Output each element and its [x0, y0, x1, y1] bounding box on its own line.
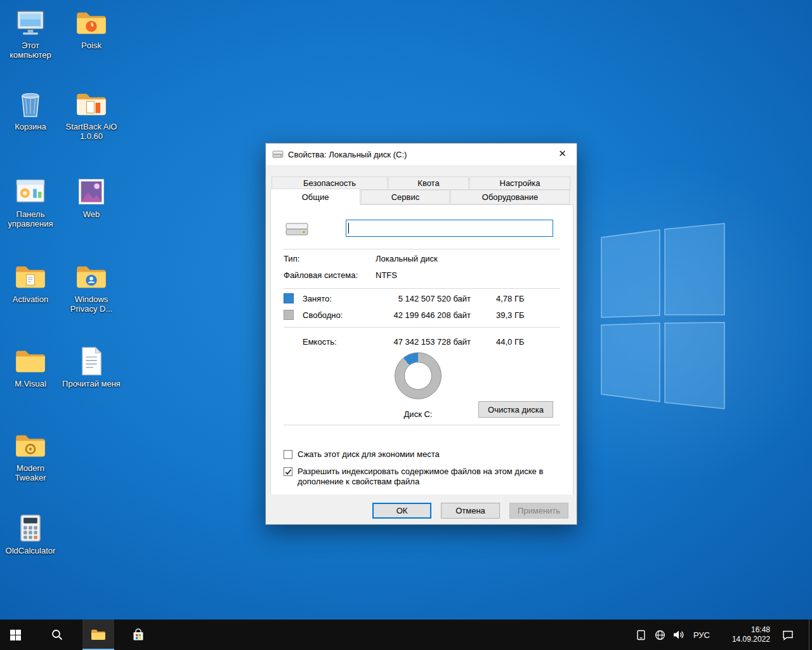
desktop-icon-startback[interactable]: StartBack AiO 1.0.60	[62, 88, 121, 142]
icon-label: Прочитай меня	[62, 380, 121, 389]
tab-hardware[interactable]: Оборудование	[450, 190, 570, 204]
properties-dialog: Свойства: Локальный диск (C:) ✕ Безопасн…	[265, 143, 577, 525]
modern-tweaker-folder-icon	[14, 429, 47, 462]
desktop-icon-windows-privacy[interactable]: Windows Privacy D...	[62, 260, 121, 314]
desktop-icon-modern-tweaker[interactable]: Modern Tweaker	[1, 429, 60, 483]
separator	[284, 327, 560, 328]
icon-label: Poisk	[62, 41, 121, 51]
dialog-title: Свойства: Локальный диск (C:)	[288, 150, 407, 159]
used-size: 4,78 ГБ	[496, 294, 524, 303]
this-pc-icon	[14, 6, 47, 39]
capacity-label: Емкость:	[303, 337, 337, 347]
tab-row-back: Безопасность Квота Настройка	[272, 176, 571, 190]
compress-checkbox-label: Сжать этот диск для экономии места	[298, 449, 440, 460]
start-button[interactable]	[0, 620, 30, 650]
desktop-icon-poisk[interactable]: Poisk	[62, 6, 121, 51]
search-button[interactable]	[42, 620, 72, 650]
used-bytes: 5 142 507 520 байт	[366, 294, 471, 303]
tab-security[interactable]: Безопасность	[272, 176, 388, 190]
mvisual-folder-icon	[14, 345, 47, 378]
oldcalculator-icon	[14, 512, 47, 545]
drive-icon-large	[285, 220, 309, 238]
capacity-size: 44,0 ГБ	[496, 337, 524, 347]
poisk-folder-icon	[75, 6, 108, 39]
free-bytes: 42 199 646 208 байт	[366, 310, 471, 320]
desktop-icon-control-panel[interactable]: Панель управления	[1, 175, 60, 229]
tab-general[interactable]: Общие	[270, 189, 360, 205]
dialog-titlebar[interactable]: Свойства: Локальный диск (C:) ✕	[266, 143, 577, 165]
free-size: 39,3 ГБ	[496, 310, 524, 320]
desktop-icon-this-pc[interactable]: Этот компьютер	[1, 6, 60, 60]
clock[interactable]: 16:48 14.09.2022	[716, 620, 770, 650]
taskbar: РУС 16:48 14.09.2022	[0, 620, 812, 650]
tab-tools[interactable]: Сервис	[361, 190, 450, 204]
index-checkbox-row[interactable]: Разрешить индексировать содержимое файло…	[284, 467, 556, 487]
text-caret	[348, 223, 349, 234]
file-explorer-button[interactable]	[82, 620, 114, 650]
filesystem-label: Файловая система:	[284, 270, 358, 280]
readme-document-icon	[75, 345, 108, 378]
search-icon	[51, 629, 63, 640]
ok-button[interactable]: ОК	[372, 503, 431, 519]
capacity-bytes: 47 342 153 728 байт	[366, 337, 471, 347]
apply-button[interactable]: Применить	[509, 503, 568, 519]
free-label: Свободно:	[303, 310, 343, 320]
icon-label: Windows Privacy D...	[62, 295, 121, 314]
filesystem-value: NTFS	[376, 270, 397, 280]
control-panel-icon	[14, 175, 47, 208]
checkmark-icon	[285, 468, 292, 475]
windows-start-icon	[10, 630, 21, 640]
show-desktop-strip[interactable]	[809, 620, 812, 650]
desktop-icon-readme[interactable]: Прочитай меня	[62, 345, 121, 389]
index-checkbox[interactable]	[284, 467, 292, 476]
store-button[interactable]	[123, 620, 154, 650]
drive-icon	[272, 150, 284, 159]
icon-label: Activation	[1, 295, 60, 305]
general-tab-panel: Тип: Локальный диск Файловая система: NT…	[270, 204, 573, 496]
icon-label: M.Visual	[1, 380, 60, 389]
windows-privacy-folder-icon	[75, 260, 108, 293]
compress-checkbox-row[interactable]: Сжать этот диск для экономии места	[284, 449, 440, 460]
desktop-icon-mvisual[interactable]: M.Visual	[1, 345, 60, 389]
tray-device-icon[interactable]	[632, 620, 650, 650]
icon-label: StartBack AiO 1.0.60	[62, 123, 121, 142]
free-space-swatch	[284, 310, 294, 320]
action-center-button[interactable]	[775, 620, 801, 650]
type-label: Тип:	[284, 254, 299, 263]
action-center-icon	[782, 630, 794, 640]
used-space-swatch	[284, 293, 294, 303]
windows-wallpaper-logo	[596, 222, 731, 413]
tab-row-front: Общие Сервис Оборудование	[270, 190, 570, 205]
language-indicator[interactable]: РУС	[690, 620, 713, 650]
tray-network-icon[interactable]	[651, 620, 669, 650]
icon-label: OldCalculator	[1, 547, 60, 556]
icon-label: Корзина	[1, 123, 60, 132]
desktop: Этот компьютер Poisk Корзина StartBack A…	[0, 0, 812, 650]
type-value: Локальный диск	[376, 254, 438, 263]
cancel-button[interactable]: Отмена	[441, 503, 500, 519]
compress-checkbox[interactable]	[284, 450, 292, 459]
donut-hole	[404, 362, 432, 390]
index-checkbox-label: Разрешить индексировать содержимое файло…	[298, 467, 544, 487]
icon-label: Modern Tweaker	[1, 464, 60, 483]
close-button[interactable]: ✕	[548, 143, 577, 164]
recycle-bin-icon	[14, 88, 47, 121]
desktop-icon-recycle-bin[interactable]: Корзина	[1, 88, 60, 132]
icon-label: Панель управления	[1, 210, 60, 229]
tray-volume-icon[interactable]	[670, 620, 688, 650]
activation-folder-icon	[14, 260, 47, 293]
startback-icon	[75, 88, 108, 121]
clock-time: 16:48	[751, 625, 770, 635]
tab-quota[interactable]: Квота	[388, 176, 469, 190]
desktop-icon-web[interactable]: Web	[62, 175, 121, 220]
volume-label-input[interactable]	[346, 220, 553, 237]
clock-date: 14.09.2022	[732, 635, 770, 644]
separator	[284, 425, 560, 425]
icon-label: Web	[62, 210, 121, 220]
desktop-icon-activation[interactable]: Activation	[1, 260, 60, 305]
disk-cleanup-button[interactable]: Очистка диска	[478, 401, 553, 418]
desktop-icon-oldcalculator[interactable]: OldCalculator	[1, 512, 60, 556]
store-icon	[132, 628, 145, 641]
tab-customize[interactable]: Настройка	[469, 176, 570, 190]
used-label: Занято:	[303, 294, 332, 303]
